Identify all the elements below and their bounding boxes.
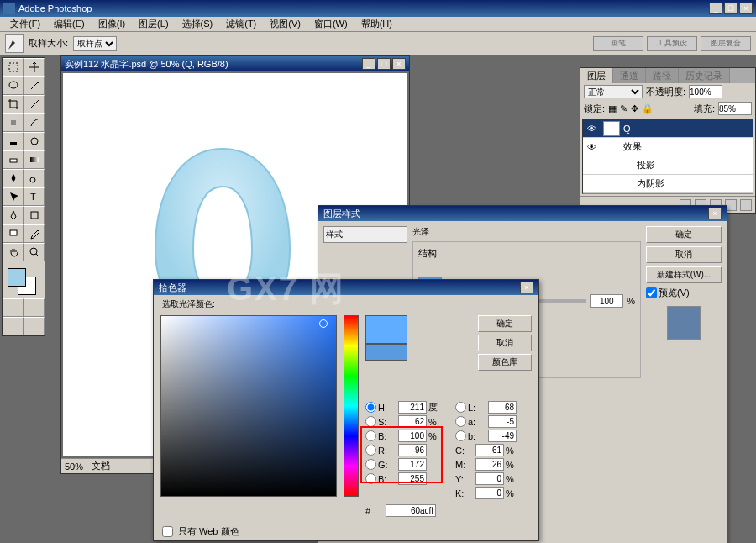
slice-tool[interactable] xyxy=(24,95,45,113)
color-cursor[interactable] xyxy=(319,319,328,328)
eraser-tool[interactable] xyxy=(3,150,24,169)
brush-tool[interactable] xyxy=(24,113,45,132)
b-input[interactable] xyxy=(398,430,427,442)
palette-well-layercomps[interactable]: 图层复合 xyxy=(701,36,751,51)
screen-mode-1[interactable] xyxy=(3,317,24,335)
screen-mode-2[interactable] xyxy=(24,317,45,335)
palette-well-brushes[interactable]: 画笔 xyxy=(593,36,643,51)
lock-all-icon[interactable]: 🔒 xyxy=(642,103,654,114)
menu-select[interactable]: 选择(S) xyxy=(176,18,220,30)
shape-tool[interactable] xyxy=(24,206,45,224)
lock-position-icon[interactable]: ✥ xyxy=(631,103,638,114)
stamp-tool[interactable] xyxy=(3,132,24,150)
h-radio[interactable] xyxy=(365,402,376,413)
magic-wand-tool[interactable] xyxy=(24,76,45,95)
satin-opacity-input[interactable] xyxy=(590,294,623,308)
type-tool[interactable]: T xyxy=(24,187,45,206)
g-input[interactable] xyxy=(398,458,427,471)
eyedropper-tool[interactable] xyxy=(24,224,45,243)
sample-size-select[interactable]: 取样点 xyxy=(73,36,117,51)
hand-tool[interactable] xyxy=(3,243,24,261)
doc-minimize-button[interactable]: _ xyxy=(362,58,375,70)
menu-edit[interactable]: 编辑(E) xyxy=(47,18,92,30)
tab-layers[interactable]: 图层 xyxy=(580,68,613,83)
gradient-tool[interactable] xyxy=(24,150,45,169)
layer-effect-dropshadow[interactable]: 投影 xyxy=(583,156,753,175)
layerstyle-cancel-button[interactable]: 取消 xyxy=(646,246,722,263)
lasso-tool[interactable] xyxy=(3,76,24,95)
menu-window[interactable]: 窗口(W) xyxy=(307,18,354,30)
visibility-icon[interactable]: 👁 xyxy=(583,124,600,134)
g-radio[interactable] xyxy=(365,459,376,470)
menu-view[interactable]: 视图(V) xyxy=(263,18,307,30)
color-libraries-button[interactable]: 颜色库 xyxy=(478,354,532,371)
move-tool[interactable] xyxy=(24,58,45,76)
lab-b-radio[interactable] xyxy=(455,430,466,441)
lab-b-input[interactable] xyxy=(488,430,517,442)
bv-radio[interactable] xyxy=(365,473,376,484)
menu-image[interactable]: 图像(I) xyxy=(92,18,132,30)
colorpicker-close-button[interactable]: × xyxy=(520,282,533,293)
lock-transparency-icon[interactable]: ▦ xyxy=(608,103,617,114)
minimize-button[interactable]: _ xyxy=(709,3,722,14)
layerstyle-close-button[interactable]: × xyxy=(708,208,722,219)
l-radio[interactable] xyxy=(455,402,466,413)
menu-layer[interactable]: 图层(L) xyxy=(132,18,175,30)
blend-mode-select[interactable]: 正常 xyxy=(584,85,643,98)
menu-help[interactable]: 帮助(H) xyxy=(354,18,399,30)
color-swatches[interactable] xyxy=(3,265,45,298)
pen-tool[interactable] xyxy=(3,206,24,224)
dodge-tool[interactable] xyxy=(24,169,45,187)
s-input[interactable] xyxy=(398,415,427,428)
fill-input[interactable] xyxy=(718,102,752,115)
doc-close-button[interactable]: × xyxy=(392,58,406,70)
healing-tool[interactable] xyxy=(3,113,24,132)
layer-effect-innershadow[interactable]: 内阴影 xyxy=(583,175,753,193)
palette-well-toolpresets[interactable]: 工具预设 xyxy=(647,36,697,51)
a-input[interactable] xyxy=(488,415,517,428)
r-input[interactable] xyxy=(398,444,427,456)
close-button[interactable]: × xyxy=(739,3,753,14)
doc-maximize-button[interactable]: ☐ xyxy=(377,58,391,70)
document-titlebar[interactable]: 实例112 水晶字.psd @ 50% (Q, RGB/8) _ ☐ × xyxy=(61,56,409,71)
bv-input[interactable] xyxy=(398,472,427,485)
a-radio[interactable] xyxy=(455,416,466,427)
delete-layer-icon[interactable] xyxy=(740,199,752,211)
y-input[interactable] xyxy=(475,472,504,485)
hex-input[interactable] xyxy=(386,504,436,517)
path-select-tool[interactable] xyxy=(3,187,24,206)
foreground-color-swatch[interactable] xyxy=(8,268,26,287)
menu-filter[interactable]: 滤镜(T) xyxy=(219,18,263,30)
c-input[interactable] xyxy=(475,444,504,456)
b-radio[interactable] xyxy=(365,430,376,441)
opacity-input[interactable] xyxy=(689,85,722,98)
r-radio[interactable] xyxy=(365,445,376,456)
tab-channels[interactable]: 通道 xyxy=(613,68,646,83)
color-field[interactable] xyxy=(160,315,337,497)
visibility-icon[interactable]: 👁 xyxy=(583,142,600,152)
k-input[interactable] xyxy=(475,487,504,499)
tab-paths[interactable]: 路径 xyxy=(646,68,679,83)
m-input[interactable] xyxy=(475,458,504,471)
standard-mode-button[interactable] xyxy=(3,298,24,317)
history-brush-tool[interactable] xyxy=(24,132,45,150)
zoom-level[interactable]: 50% xyxy=(65,461,83,472)
crop-tool[interactable] xyxy=(3,95,24,113)
preview-checkbox[interactable] xyxy=(646,287,657,298)
h-input[interactable] xyxy=(398,401,427,414)
notes-tool[interactable] xyxy=(3,224,24,243)
layer-effects-row[interactable]: 👁 效果 xyxy=(583,138,753,156)
layerstyle-ok-button[interactable]: 确定 xyxy=(646,226,722,243)
webonly-checkbox[interactable] xyxy=(162,526,173,537)
colorpicker-cancel-button[interactable]: 取消 xyxy=(478,335,532,351)
colorpicker-titlebar[interactable]: 拾色器 × xyxy=(154,280,538,295)
quickmask-mode-button[interactable] xyxy=(24,298,45,317)
tab-history[interactable]: 历史记录 xyxy=(679,68,730,83)
layer-item-q[interactable]: 👁 T Q xyxy=(583,119,753,138)
lock-pixels-icon[interactable]: ✎ xyxy=(620,103,627,114)
active-tool-icon[interactable] xyxy=(5,34,24,53)
zoom-tool[interactable] xyxy=(24,243,45,261)
s-radio[interactable] xyxy=(365,416,376,427)
maximize-button[interactable]: ☐ xyxy=(724,3,738,14)
layerstyle-titlebar[interactable]: 图层样式 × xyxy=(318,206,727,221)
